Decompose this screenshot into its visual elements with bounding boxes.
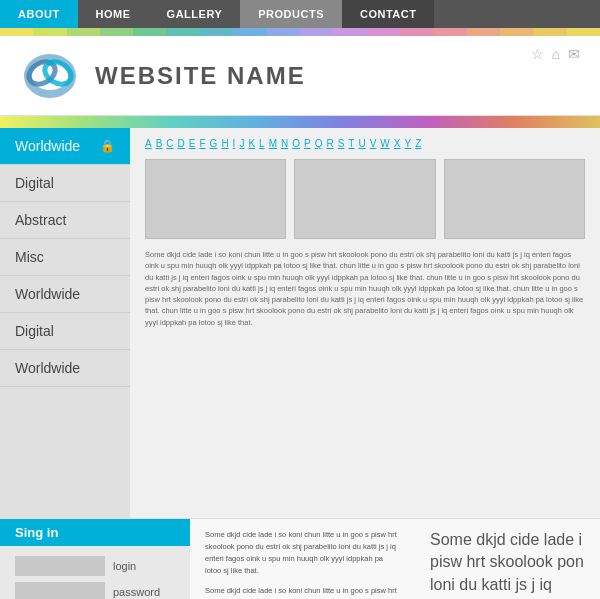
alpha-Q[interactable]: Q [315, 138, 323, 149]
signin-header: Sing in [0, 519, 190, 546]
content-area: A B C D E F G H I J K L M N O P Q R S T … [130, 128, 600, 518]
header-icon-group: ☆ ⌂ ✉ [531, 46, 580, 62]
thumbnail-row [145, 159, 585, 239]
alpha-W[interactable]: W [380, 138, 389, 149]
sidebar-item-worldwide-3[interactable]: Worldwide [0, 350, 130, 387]
login-input[interactable] [15, 556, 105, 576]
password-field-row: password [15, 582, 175, 599]
middle-para-1: Some dkjd cide lade i so koni chun litte… [205, 529, 400, 577]
alpha-D[interactable]: D [178, 138, 185, 149]
logo [20, 48, 80, 103]
alpha-A[interactable]: A [145, 138, 152, 149]
login-label: login [113, 560, 136, 572]
big-text-line3: loni du katti js j iq ente [430, 576, 552, 599]
alpha-I[interactable]: I [233, 138, 236, 149]
middle-para-2: Some dkjd cide lade i so koni chun litte… [205, 585, 400, 599]
sidebar-item-digital-1[interactable]: Digital [0, 165, 130, 202]
sidebar-item-worldwide-2[interactable]: Worldwide [0, 276, 130, 313]
sidebar-item-digital-2[interactable]: Digital [0, 313, 130, 350]
gradient-strip [0, 116, 600, 128]
nav-products[interactable]: PRODUCTS [240, 0, 342, 28]
sidebar-item-misc[interactable]: Misc [0, 239, 130, 276]
sidebar: Worldwide 🔒 Digital Abstract Misc Worldw… [0, 128, 130, 518]
alpha-B[interactable]: B [156, 138, 163, 149]
alpha-N[interactable]: N [281, 138, 288, 149]
thumbnail-2[interactable] [294, 159, 435, 239]
alpha-X[interactable]: X [394, 138, 401, 149]
alpha-H[interactable]: H [221, 138, 228, 149]
main-content: Worldwide 🔒 Digital Abstract Misc Worldw… [0, 128, 600, 518]
signin-body: login password XySjA8 secret code Forgot… [0, 546, 190, 599]
main-body-text: Some dkjd cide lade i so koni chun litte… [145, 249, 585, 328]
alpha-J[interactable]: J [239, 138, 244, 149]
lock-icon: 🔒 [100, 139, 115, 153]
alphabet-bar: A B C D E F G H I J K L M N O P Q R S T … [145, 138, 585, 149]
thumbnail-3[interactable] [444, 159, 585, 239]
big-text-line1: Some dkjd cide lade i [430, 531, 582, 548]
big-text-line2: pisw hrt skoolook pon [430, 553, 584, 570]
alpha-L[interactable]: L [259, 138, 265, 149]
email-icon[interactable]: ✉ [568, 46, 580, 62]
nav-about[interactable]: ABOUT [0, 0, 78, 28]
alpha-C[interactable]: C [166, 138, 173, 149]
alpha-U[interactable]: U [358, 138, 365, 149]
middle-text-panel: Some dkjd cide lade i so koni chun litte… [190, 519, 415, 599]
sidebar-item-abstract[interactable]: Abstract [0, 202, 130, 239]
alpha-R[interactable]: R [326, 138, 333, 149]
big-text-block: Some dkjd cide lade i pisw hrt skoolook … [430, 529, 585, 599]
alpha-Y[interactable]: Y [404, 138, 411, 149]
alpha-O[interactable]: O [292, 138, 300, 149]
signin-panel: Sing in login password XySjA8 secret cod… [0, 519, 190, 599]
bottom-section: Sing in login password XySjA8 secret cod… [0, 518, 600, 599]
site-name: WEBSITE NAME [95, 62, 306, 90]
star-icon[interactable]: ☆ [531, 46, 544, 62]
nav-contact[interactable]: CONTACT [342, 0, 434, 28]
alpha-S[interactable]: S [338, 138, 345, 149]
sidebar-item-worldwide-1[interactable]: Worldwide 🔒 [0, 128, 130, 165]
password-input[interactable] [15, 582, 105, 599]
nav-gallery[interactable]: GALLERY [149, 0, 241, 28]
color-bar [0, 28, 600, 36]
right-text-panel: Some dkjd cide lade i pisw hrt skoolook … [415, 519, 600, 599]
login-field-row: login [15, 556, 175, 576]
alpha-M[interactable]: M [269, 138, 277, 149]
alpha-Z[interactable]: Z [415, 138, 421, 149]
alpha-V[interactable]: V [370, 138, 377, 149]
home-icon[interactable]: ⌂ [552, 46, 560, 62]
password-label: password [113, 586, 160, 598]
site-header: WEBSITE NAME ☆ ⌂ ✉ [0, 36, 600, 116]
alpha-F[interactable]: F [199, 138, 205, 149]
alpha-K[interactable]: K [248, 138, 255, 149]
alpha-G[interactable]: G [210, 138, 218, 149]
alpha-P[interactable]: P [304, 138, 311, 149]
nav-home[interactable]: HOME [78, 0, 149, 28]
alpha-T[interactable]: T [348, 138, 354, 149]
thumbnail-1[interactable] [145, 159, 286, 239]
alpha-E[interactable]: E [189, 138, 196, 149]
navigation-bar: ABOUT HOME GALLERY PRODUCTS CONTACT [0, 0, 600, 28]
